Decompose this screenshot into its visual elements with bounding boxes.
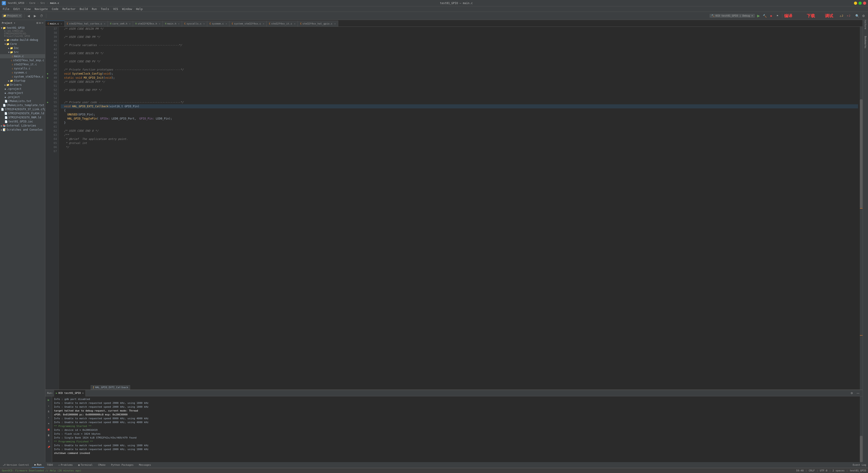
settings-icon[interactable]: ⚙ [39, 21, 41, 25]
tree-item-cmake[interactable]: ▶ 📁 cmake-build-debug [0, 38, 45, 42]
tree-item-project[interactable]: ◆ .project [0, 95, 45, 99]
tree-item-stlink-cfg[interactable]: 📄 STM32F429IGTX_ST_Link.cfg [0, 107, 45, 111]
build-button[interactable]: 🔨 [762, 13, 768, 19]
menu-window[interactable]: Window [120, 7, 134, 11]
restart-button[interactable]: ▶ [46, 397, 51, 402]
tab-close-icon[interactable]: ✕ [129, 23, 131, 25]
project-selector[interactable]: 📁 Project ▾ [2, 14, 22, 18]
tab-version-control[interactable]: ⎇ Version Control [0, 463, 32, 467]
menu-navigate[interactable]: Navigate [33, 7, 50, 11]
tree-item-mxproject[interactable]: ◆ .mxproject [0, 91, 45, 95]
tab-terminal[interactable]: ▣ Terminal [75, 463, 95, 467]
tree-item-hal-msp[interactable]: c stm32f4xx_hal_msp.c [0, 58, 45, 62]
tab-core-cm4[interactable]: H core_cm4.h ✕ [108, 21, 133, 27]
tab-cortex[interactable]: C stm32f4xx_hal_cortex.c ✕ [65, 21, 108, 27]
tree-item-syscalls[interactable]: c syscalls.c [0, 66, 45, 70]
tab-close-icon[interactable]: ✕ [61, 23, 62, 25]
menu-build[interactable]: Build [78, 7, 90, 11]
scrollbar-thumb[interactable] [860, 436, 863, 462]
nav-back-button[interactable]: ◀ [26, 13, 32, 19]
scrollbar-thumb[interactable] [860, 99, 863, 208]
tree-item-ram-ld[interactable]: 📄 STM32F429IGTX_RAM.ld [0, 115, 45, 119]
stop-button[interactable]: ■ [769, 13, 774, 19]
tree-item-sysmem[interactable]: c sysmem.c [0, 70, 45, 75]
terminal-vscrollbar[interactable] [860, 396, 863, 462]
tree-item-mainc[interactable]: c main.c [0, 54, 45, 58]
menu-run[interactable]: Run [90, 7, 99, 11]
tab-close-icon[interactable]: ✕ [334, 23, 336, 25]
editor-vscrollbar[interactable] [860, 27, 863, 389]
menu-tools[interactable]: Tools [99, 7, 111, 11]
tab-cmake[interactable]: CMake [95, 463, 108, 467]
bookmarks-icon[interactable]: Bookmarks [864, 40, 867, 45]
nav-forward-button[interactable]: ▶ [32, 13, 38, 19]
warning-count[interactable]: △ 2 [839, 14, 845, 18]
menu-view[interactable]: View [22, 7, 32, 11]
tree-item-cmake-txt[interactable]: 📄 CMakeLists.txt [0, 99, 45, 103]
tree-item-cmake-template[interactable]: 📄 CMakeLists_template.txt [0, 103, 45, 107]
tab-python[interactable]: Python Packages [108, 463, 136, 467]
tab-problems[interactable]: ⚠ Problems [56, 463, 75, 467]
tab-stm32f429[interactable]: H stm32f429xx.h ✕ [133, 21, 163, 27]
settings-icon[interactable]: ⚙ [849, 390, 855, 396]
session-close-icon[interactable]: ✕ [82, 392, 84, 394]
close-button[interactable] [863, 2, 866, 5]
tab-sysmem[interactable]: C sysmem.c ✕ [207, 21, 229, 27]
run-to-cursor-button[interactable]: ≡ [46, 421, 51, 426]
tab-hal-gpio[interactable]: C stm32f4xx_hal_gpio.c ✕ [298, 21, 338, 27]
tab-close-icon[interactable]: ✕ [159, 23, 160, 25]
minimize-icon[interactable]: — [42, 21, 43, 25]
tab-todo[interactable]: TODO [44, 463, 56, 467]
step-over-button[interactable]: ↓ [46, 403, 51, 408]
structure-icon[interactable]: Structure [864, 21, 867, 25]
menu-refactor[interactable]: Refactor [61, 7, 77, 11]
tree-item-it[interactable]: c stm32f4xx_it.c [0, 62, 45, 66]
tab-messages[interactable]: Messages [136, 463, 154, 467]
close-panel-icon[interactable]: — [855, 390, 861, 396]
tab-it[interactable]: C stm32f4xx_it.c ✕ [267, 21, 298, 27]
menu-code[interactable]: Code [50, 7, 60, 11]
scroll-end-button[interactable]: ⤓ [46, 439, 51, 444]
code-editor[interactable]: ● ● ● 37383940 41424344 45464748 4950515… [45, 27, 863, 389]
tree-item-ioc[interactable]: 📄 test01_GPIO.ioc [0, 119, 45, 124]
event-log-link[interactable]: Event Log [852, 464, 866, 466]
run-session-tab[interactable]: ▶ OCD test01_GPIO ✕ [54, 390, 86, 396]
tab-close-icon[interactable]: ✕ [104, 23, 105, 25]
tab-run[interactable]: ▶ Run [32, 462, 44, 468]
tab-mainh[interactable]: H main.h ✕ [163, 21, 182, 27]
max-button[interactable] [859, 2, 862, 5]
tree-item-inc[interactable]: ▶ 📁 Inc [0, 46, 45, 50]
menu-help[interactable]: Help [134, 7, 145, 11]
tree-item-cproject[interactable]: ◆ .cproject [0, 87, 45, 91]
tab-close-icon[interactable]: ✕ [178, 23, 180, 25]
min-button[interactable] [854, 2, 857, 5]
tab-syscalls[interactable]: C syscalls.c ✕ [182, 21, 207, 27]
tree-item-system[interactable]: c system_stm32f4xx.c [0, 75, 45, 79]
tab-close-icon[interactable]: ✕ [263, 23, 264, 25]
tab-close-icon[interactable]: ✕ [203, 23, 205, 25]
tab-system[interactable]: C system_stm32f4xx.c ✕ [229, 21, 267, 27]
search-button[interactable]: 🔍 [855, 13, 860, 19]
tree-item-drivers[interactable]: ▶ 📁 Drivers [0, 83, 45, 87]
tree-item-root[interactable]: ▼ 📁 test01_GPIO [0, 26, 45, 30]
error-count[interactable]: ✕ 2 [845, 14, 852, 18]
recent-files-button[interactable]: ⏱ [39, 13, 44, 19]
coverage-button[interactable]: ⚑ [775, 13, 780, 19]
step-into-button[interactable]: R [46, 409, 51, 414]
debug-profile-selector[interactable]: 🔨 OCD test01_GPIO | Debug ▾ [710, 14, 755, 18]
stop-button-run[interactable]: ■ [46, 427, 51, 432]
collapse-all-icon[interactable]: ⊟ [36, 21, 38, 25]
menu-vcs[interactable]: VCS [111, 7, 120, 11]
tree-item-scratches[interactable]: ▶ 📝 Scratches and Consoles [0, 128, 45, 132]
tree-item-src[interactable]: ▼ 📁 Src [0, 50, 45, 54]
tree-item-core[interactable]: ▼ 📁 Core [0, 42, 45, 46]
code-content[interactable]: /* USER CODE BEGIN PM */ /* USER CODE EN… [59, 27, 860, 389]
tab-mainc[interactable]: C main.c ✕ [45, 21, 65, 27]
play-button[interactable]: ▶ [756, 13, 761, 19]
settings-button[interactable]: ⚙ [861, 13, 866, 19]
tab-close-icon[interactable]: ✕ [225, 23, 227, 25]
tab-close-icon[interactable]: ✕ [294, 23, 296, 25]
tree-item-startup[interactable]: ▶ 📁 Startup [0, 79, 45, 83]
tree-item-flash-ld[interactable]: 📄 STM32F429IGTX_FLASH.ld [0, 111, 45, 115]
menu-file[interactable]: File [1, 7, 11, 11]
